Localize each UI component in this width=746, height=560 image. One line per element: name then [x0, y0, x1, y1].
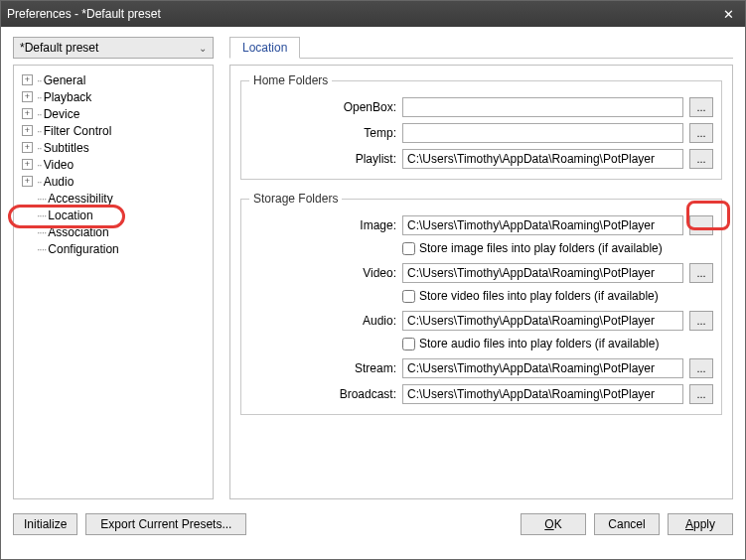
tree-item-subtitles[interactable]: +··Subtitles [18, 139, 209, 156]
tabbar: Location [229, 35, 733, 59]
expand-icon[interactable]: + [22, 142, 33, 153]
export-presets-button[interactable]: Export Current Presets... [85, 513, 246, 535]
openbox-label: OpenBox: [249, 100, 396, 114]
home-folders-legend: Home Folders [249, 73, 332, 87]
apply-button[interactable]: Apply [668, 513, 733, 535]
tree-item-configuration[interactable]: ····Configuration [18, 240, 209, 257]
tree-item-video[interactable]: +··Video [18, 156, 209, 173]
stream-label: Stream: [249, 361, 396, 375]
tree-item-audio[interactable]: +··Audio [18, 173, 209, 190]
preset-selected-label: *Default preset [20, 41, 98, 55]
image-store-label: Store image files into play folders (if … [419, 241, 663, 255]
video-store-checkbox[interactable] [402, 290, 415, 303]
expand-icon[interactable]: + [22, 176, 33, 187]
broadcast-label: Broadcast: [249, 387, 396, 401]
image-input[interactable] [402, 215, 683, 235]
broadcast-browse-button[interactable]: ... [689, 384, 713, 404]
audio-input[interactable] [402, 311, 683, 331]
temp-label: Temp: [249, 126, 396, 140]
audio-store-checkbox[interactable] [402, 338, 415, 350]
audio-store-label: Store audio files into play folders (if … [419, 337, 659, 350]
video-label: Video: [249, 266, 396, 280]
tree-item-device[interactable]: +··Device [18, 105, 209, 122]
playlist-input[interactable] [402, 149, 683, 169]
image-browse-button[interactable]: ... [689, 215, 713, 235]
video-store-label: Store video files into play folders (if … [419, 289, 659, 303]
video-input[interactable] [402, 263, 683, 283]
chevron-down-icon: ⌄ [199, 43, 207, 54]
cancel-button[interactable]: Cancel [594, 513, 660, 535]
broadcast-input[interactable] [402, 384, 683, 404]
initialize-button[interactable]: Initialize [13, 513, 77, 535]
expand-icon[interactable]: + [22, 74, 33, 85]
storage-folders-group: Storage Folders Image: ... Store image f… [240, 192, 722, 415]
ok-button[interactable]: OK [521, 513, 586, 535]
settings-panel: Home Folders OpenBox: ... Temp: ... Play… [229, 65, 733, 499]
tree-item-location[interactable]: ····Location [18, 207, 209, 223]
playlist-label: Playlist: [249, 152, 396, 166]
tree-item-playback[interactable]: +··Playback [18, 88, 209, 105]
image-store-checkbox[interactable] [402, 242, 415, 255]
tree-item-association[interactable]: ····Association [18, 223, 209, 240]
temp-browse-button[interactable]: ... [689, 123, 713, 143]
tree-item-filter-control[interactable]: +··Filter Control [18, 122, 209, 139]
openbox-browse-button[interactable]: ... [689, 97, 713, 117]
image-label: Image: [249, 218, 396, 232]
preset-select[interactable]: *Default preset ⌄ [13, 37, 214, 59]
tree-item-general[interactable]: +··General [18, 71, 209, 88]
tab-location[interactable]: Location [229, 37, 300, 59]
tree-panel: +··General +··Playback +··Device +··Filt… [13, 65, 214, 499]
expand-icon[interactable]: + [22, 125, 33, 136]
window-title: Preferences - *Default preset [7, 7, 717, 21]
storage-folders-legend: Storage Folders [249, 192, 342, 206]
button-bar: Initialize Export Current Presets... OK … [1, 507, 745, 535]
stream-browse-button[interactable]: ... [689, 358, 713, 378]
tree-item-accessibility[interactable]: ····Accessibility [18, 190, 209, 207]
audio-browse-button[interactable]: ... [689, 311, 713, 331]
titlebar: Preferences - *Default preset ✕ [1, 1, 745, 27]
audio-label: Audio: [249, 314, 396, 328]
video-browse-button[interactable]: ... [689, 263, 713, 283]
stream-input[interactable] [402, 358, 683, 378]
expand-icon[interactable]: + [22, 108, 33, 119]
openbox-input[interactable] [402, 97, 683, 117]
close-icon[interactable]: ✕ [717, 5, 739, 23]
temp-input[interactable] [402, 123, 683, 143]
expand-icon[interactable]: + [22, 159, 33, 170]
expand-icon[interactable]: + [22, 91, 33, 102]
playlist-browse-button[interactable]: ... [689, 149, 713, 169]
home-folders-group: Home Folders OpenBox: ... Temp: ... Play… [240, 73, 722, 180]
